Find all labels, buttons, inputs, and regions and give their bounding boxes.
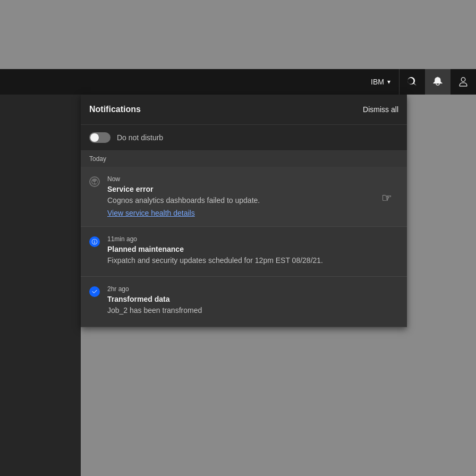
ban-icon — [91, 178, 98, 185]
notif-time-1: Now — [107, 175, 398, 183]
notif-body-1: Cognos analytics dashboards failed to up… — [107, 196, 398, 206]
notification-item[interactable]: 11min ago Planned maintenance Fixpatch a… — [81, 227, 407, 277]
notif-time-3: 2hr ago — [107, 285, 398, 293]
dnd-toggle[interactable] — [89, 132, 110, 143]
toggle-knob — [90, 133, 99, 142]
notif-content-1: Now Service error Cognos analytics dashb… — [107, 175, 398, 218]
dismiss-all-button[interactable]: Dismiss all — [363, 103, 398, 116]
notif-content-3: 2hr ago Transformed data Job_2 has been … — [107, 285, 398, 318]
user-button[interactable] — [450, 69, 476, 95]
notif-time-2: 11min ago — [107, 235, 398, 243]
checkmark-icon — [91, 288, 98, 295]
ibm-label: IBM — [371, 78, 384, 86]
notif-body-2: Fixpatch and security updates scheduled … — [107, 256, 398, 266]
notif-icon-success — [89, 286, 100, 297]
search-icon — [407, 76, 418, 87]
ibm-nav-item[interactable]: IBM ▾ — [362, 69, 400, 95]
notif-title-1: Service error — [107, 185, 398, 193]
notif-icon-info — [89, 236, 100, 247]
notif-title-2: Planned maintenance — [107, 245, 398, 253]
notif-icon-error — [89, 176, 100, 187]
nav-bar: IBM ▾ — [0, 69, 476, 95]
nav-right: IBM ▾ — [362, 69, 476, 95]
dnd-row: Do not disturb — [81, 125, 407, 151]
notification-item[interactable]: Now Service error Cognos analytics dashb… — [81, 167, 407, 227]
notification-panel: Notifications Dismiss all Do not disturb… — [81, 95, 407, 327]
notification-item[interactable]: 2hr ago Transformed data Job_2 has been … — [81, 277, 407, 327]
bell-icon — [432, 76, 443, 87]
notif-content-2: 11min ago Planned maintenance Fixpatch a… — [107, 235, 398, 268]
panel-title: Notifications — [89, 105, 141, 114]
search-button[interactable] — [400, 69, 425, 95]
info-icon — [91, 239, 98, 245]
top-bar — [0, 0, 476, 69]
user-icon — [458, 76, 469, 87]
sidebar — [0, 95, 81, 476]
ibm-chevron-icon: ▾ — [387, 78, 390, 86]
service-health-link[interactable]: View service health details — [107, 209, 195, 217]
cursor-hand: ☞ — [381, 191, 392, 205]
notif-title-3: Transformed data — [107, 295, 398, 303]
dnd-label: Do not disturb — [117, 133, 163, 142]
notif-body-3: Job_2 has been transfromed — [107, 305, 398, 316]
panel-header: Notifications Dismiss all — [81, 95, 407, 125]
section-header-today: Today — [81, 151, 407, 167]
notifications-button[interactable] — [425, 69, 450, 95]
